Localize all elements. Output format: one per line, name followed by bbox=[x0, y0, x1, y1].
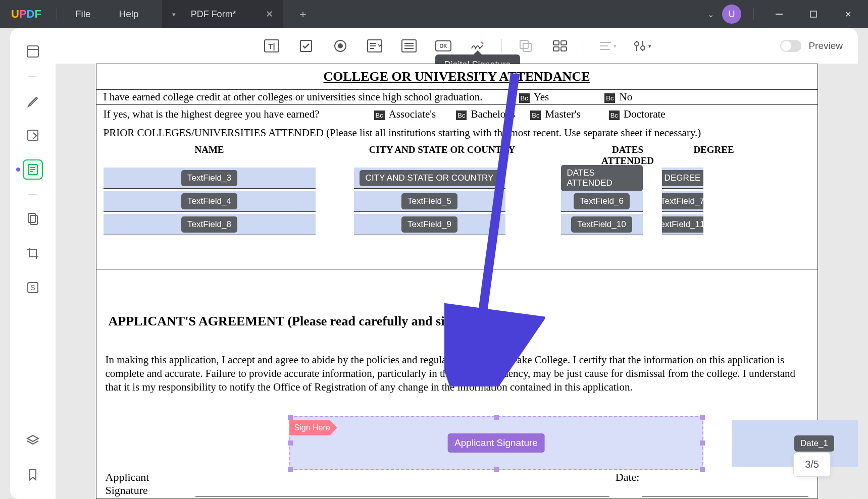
document-viewport[interactable]: COLLEGE OR UNIVERSITY ATTENDANCE I have … bbox=[56, 64, 858, 499]
divider bbox=[57, 8, 57, 20]
svg-rect-9 bbox=[28, 213, 35, 223]
edit-text-icon[interactable] bbox=[23, 125, 43, 145]
user-avatar[interactable]: U bbox=[722, 5, 741, 24]
content-area: T| OK Digital Signature ▾ ▾ Previe bbox=[56, 28, 858, 499]
checkbox-icon[interactable]: Bc bbox=[519, 93, 530, 103]
option-doctorate: Doctorate bbox=[624, 108, 666, 120]
stamp-icon[interactable]: S bbox=[23, 278, 43, 298]
form-text-field[interactable]: CITY AND STATE OR COUNTRY bbox=[354, 168, 505, 189]
form-text-field[interactable]: TextField_4 bbox=[104, 191, 316, 212]
section-heading: COLLEGE OR UNIVERSITY ATTENDANCE bbox=[96, 64, 818, 90]
form-text-field[interactable]: TextField_9 bbox=[354, 214, 505, 235]
resize-handle[interactable] bbox=[700, 440, 705, 446]
left-sidebar: S bbox=[10, 28, 56, 499]
option-yes: Yes bbox=[534, 91, 549, 103]
option-no: No bbox=[619, 91, 632, 103]
separator bbox=[584, 39, 584, 53]
pages-icon[interactable] bbox=[23, 209, 43, 229]
signature-caption: Applicant Signature bbox=[106, 471, 193, 497]
preview-label: Preview bbox=[808, 40, 843, 51]
dropdown-tool[interactable] bbox=[364, 35, 385, 57]
resize-handle[interactable] bbox=[700, 415, 705, 420]
checkbox-icon[interactable]: Bc bbox=[609, 110, 620, 120]
new-tab-button[interactable]: ＋ bbox=[297, 7, 309, 22]
question-text: If yes, what is the highest degree you h… bbox=[104, 108, 320, 121]
date-caption: Date: bbox=[616, 471, 640, 497]
form-text-field[interactable]: TextField_7 bbox=[662, 191, 703, 212]
separator bbox=[28, 194, 37, 195]
date-line bbox=[642, 471, 808, 497]
close-window-button[interactable]: ✕ bbox=[835, 0, 861, 28]
listbox-tool[interactable] bbox=[398, 35, 420, 57]
form-tool-icon[interactable] bbox=[23, 159, 43, 180]
field-label: Date_1 bbox=[794, 435, 834, 452]
thumbnails-icon[interactable] bbox=[23, 41, 43, 62]
form-text-field[interactable]: DATES ATTENDED bbox=[561, 168, 643, 189]
form-text-field[interactable]: TextField_3 bbox=[104, 168, 316, 189]
form-text-field[interactable]: DEGREE bbox=[662, 168, 703, 189]
close-icon[interactable]: ✕ bbox=[266, 9, 273, 20]
resize-handle[interactable] bbox=[288, 440, 293, 446]
option-masters: Master's bbox=[545, 108, 580, 120]
text-field-tool[interactable]: T| bbox=[261, 35, 282, 57]
svg-text:S: S bbox=[30, 284, 35, 292]
separator bbox=[28, 76, 37, 77]
form-text-field[interactable]: TextField_5 bbox=[354, 191, 505, 212]
svg-rect-29 bbox=[523, 43, 531, 51]
option-bachelors: Bachelor's bbox=[471, 108, 515, 120]
checkbox-icon[interactable]: Bc bbox=[604, 93, 615, 103]
table-row: TextField_4 TextField_5 TextField_6 Text… bbox=[96, 190, 818, 213]
digital-signature-tool[interactable]: Digital Signature bbox=[467, 35, 488, 57]
section-divider bbox=[96, 236, 818, 269]
svg-rect-30 bbox=[553, 41, 559, 45]
svg-point-38 bbox=[641, 46, 645, 50]
layers-icon[interactable] bbox=[23, 430, 43, 451]
header-name: NAME bbox=[104, 144, 316, 167]
checkbox-icon[interactable]: Bc bbox=[456, 110, 467, 120]
active-indicator bbox=[16, 168, 20, 172]
bookmark-icon[interactable] bbox=[23, 465, 43, 485]
radio-tool[interactable] bbox=[330, 35, 351, 57]
button-tool[interactable]: OK bbox=[433, 35, 454, 57]
separator bbox=[501, 39, 502, 53]
form-text-field[interactable]: TextField_10 bbox=[561, 214, 643, 235]
svg-rect-10 bbox=[30, 215, 37, 225]
form-text-field[interactable]: TextField_6 bbox=[561, 191, 643, 212]
app-logo: UPDF bbox=[0, 8, 53, 21]
resize-handle[interactable] bbox=[494, 415, 499, 420]
document-tab[interactable]: ▾ PDF Form* ✕ bbox=[162, 0, 283, 28]
svg-rect-1 bbox=[810, 11, 816, 17]
page-counter: 3/5 bbox=[793, 452, 831, 477]
chevron-down-icon[interactable]: ⌄ bbox=[707, 10, 714, 19]
question-text: I have earned college credit at other co… bbox=[104, 91, 483, 103]
pencil-icon[interactable] bbox=[23, 91, 43, 111]
question-row-1: I have earned college credit at other co… bbox=[96, 90, 818, 105]
svg-rect-28 bbox=[520, 40, 528, 48]
divider bbox=[753, 8, 754, 20]
checkbox-icon[interactable]: Bc bbox=[530, 110, 541, 120]
signature-field[interactable]: Applicant Signature bbox=[289, 416, 703, 470]
duplicate-tool[interactable] bbox=[515, 35, 536, 57]
checkbox-icon[interactable]: Bc bbox=[374, 110, 385, 120]
option-associates: Associate's bbox=[389, 108, 436, 120]
agreement-text: In making this application, I accept and… bbox=[96, 349, 818, 398]
tab-dropdown-icon[interactable]: ▾ bbox=[172, 11, 176, 18]
titlebar: UPDF File Help ▾ PDF Form* ✕ ＋ ⌄ U ✕ bbox=[0, 0, 868, 28]
settings-tool[interactable]: ▾ bbox=[632, 35, 653, 57]
checkbox-tool[interactable] bbox=[295, 35, 317, 57]
align-tool[interactable]: ▾ bbox=[597, 35, 619, 57]
question-row-2: If yes, what is the highest degree you h… bbox=[96, 105, 818, 124]
svg-text:OK: OK bbox=[439, 43, 447, 49]
sign-here-flag: Sign Here bbox=[289, 420, 337, 435]
form-text-field[interactable]: extField_11 bbox=[662, 214, 703, 235]
minimize-button[interactable] bbox=[766, 0, 792, 28]
crop-icon[interactable] bbox=[23, 243, 43, 263]
maximize-button[interactable] bbox=[800, 0, 827, 28]
resize-handle[interactable] bbox=[288, 415, 293, 420]
preview-toggle[interactable] bbox=[780, 40, 801, 52]
menu-help[interactable]: Help bbox=[105, 9, 153, 20]
svg-point-37 bbox=[635, 42, 639, 46]
menu-file[interactable]: File bbox=[61, 9, 105, 20]
grid-tool[interactable] bbox=[549, 35, 571, 57]
form-text-field[interactable]: TextField_8 bbox=[104, 214, 316, 235]
